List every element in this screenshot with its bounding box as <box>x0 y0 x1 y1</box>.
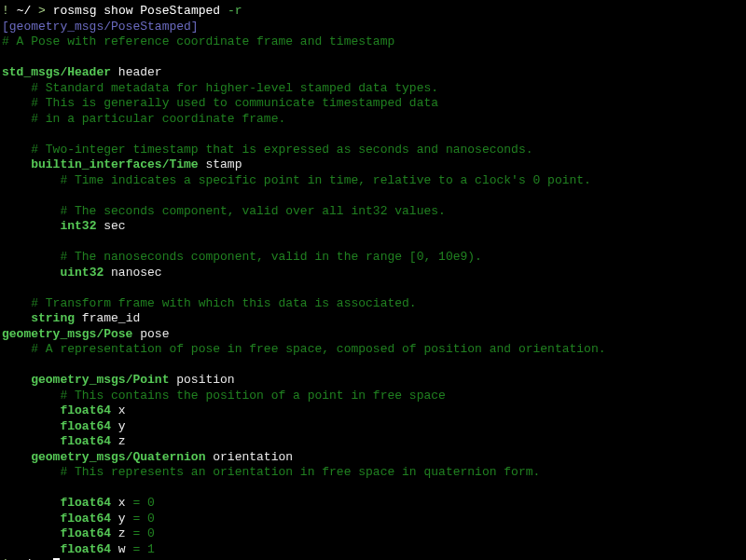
field-line: int32 sec <box>2 219 744 235</box>
field-name: stamp <box>205 157 242 171</box>
prompt-bang: ! <box>2 4 9 18</box>
field-name: y <box>118 512 126 526</box>
field-line: string frame_id <box>2 311 744 327</box>
field-name: position <box>176 373 234 387</box>
field-name: x <box>118 403 126 417</box>
field-name: x <box>118 496 126 510</box>
blank-line <box>2 235 744 251</box>
type-name: float64 <box>60 434 111 448</box>
field-line: geometry_msgs/Pose pose <box>2 327 744 343</box>
prompt-line[interactable]: ! ~/ > rosmsg show PoseStamped -r <box>2 4 744 20</box>
blank-line <box>2 50 744 66</box>
field-name: nanosec <box>111 266 162 280</box>
default-value: 0 <box>147 526 155 540</box>
command-flag: -r <box>228 4 242 18</box>
type-name: std_msgs/Header <box>2 65 111 79</box>
blank-line <box>2 127 744 143</box>
default-value: 1 <box>147 542 155 556</box>
field-name: header <box>118 65 162 79</box>
field-name: frame_id <box>82 311 140 325</box>
default-value: 0 <box>147 512 155 526</box>
field-name: w <box>118 542 126 556</box>
blank-line <box>2 358 744 374</box>
comment-line: # This contains the position of a point … <box>2 389 744 404</box>
type-name: int32 <box>60 219 96 233</box>
type-name: builtin_interfaces/Time <box>31 157 198 171</box>
field-name: z <box>118 434 126 448</box>
command-text: rosmsg show PoseStamped <box>53 4 228 18</box>
type-name: geometry_msgs/Point <box>31 373 169 387</box>
blank-line <box>2 481 744 497</box>
default-value: 0 <box>147 496 155 510</box>
type-name: string <box>31 311 75 325</box>
type-name: geometry_msgs/Quaternion <box>31 450 205 464</box>
field-line: float64 y = 0 <box>2 512 744 527</box>
type-name: float64 <box>60 496 111 510</box>
blank-line <box>2 280 744 296</box>
comment-line: # Transform frame with which this data i… <box>2 296 744 312</box>
field-name: pose <box>140 327 169 341</box>
field-name: orientation <box>213 450 293 464</box>
comment-line: # in a particular coordinate frame. <box>2 112 744 128</box>
comment-line: # Two-integer timestamp that is expresse… <box>2 143 744 158</box>
field-line: float64 y <box>2 419 744 435</box>
comment-line: # This represents an orientation in free… <box>2 465 744 481</box>
field-line: geometry_msgs/Point position <box>2 373 744 389</box>
field-line: uint32 nanosec <box>2 266 744 281</box>
comment-line: # Time indicates a specific point in tim… <box>2 173 744 189</box>
blank-line <box>2 188 744 204</box>
field-line: float64 x <box>2 403 744 419</box>
comment-line: # A representation of pose in free space… <box>2 342 744 358</box>
field-line: float64 z <box>2 434 744 450</box>
field-line: float64 w = 1 <box>2 542 744 558</box>
field-line: float64 z = 0 <box>2 526 744 542</box>
type-name: uint32 <box>60 266 104 280</box>
comment-line: # The seconds component, valid over all … <box>2 204 744 220</box>
field-name: sec <box>104 219 125 233</box>
prompt-cwd: ~/ <box>17 4 32 18</box>
field-name: y <box>118 419 126 433</box>
type-name: float64 <box>60 512 111 526</box>
comment-line: # This is generally used to communicate … <box>2 96 744 112</box>
field-name: z <box>118 526 126 540</box>
field-line: float64 x = 0 <box>2 496 744 512</box>
field-line: std_msgs/Header header <box>2 65 744 81</box>
type-name: float64 <box>60 526 111 540</box>
terminal-output: ! ~/ > rosmsg show PoseStamped -r [geome… <box>2 4 744 560</box>
comment-line: # The nanoseconds component, valid in th… <box>2 250 744 266</box>
type-name: float64 <box>60 403 111 417</box>
comment-line: # Standard metadata for higher-level sta… <box>2 81 744 97</box>
type-name: geometry_msgs/Pose <box>2 327 132 341</box>
msg-header: [geometry_msgs/PoseStamped] <box>2 20 744 35</box>
comment-line: # A Pose with reference coordinate frame… <box>2 34 744 50</box>
type-name: float64 <box>60 542 111 556</box>
field-line: geometry_msgs/Quaternion orientation <box>2 450 744 466</box>
type-name: float64 <box>60 419 111 433</box>
prompt-chevron: > <box>38 4 46 18</box>
field-line: builtin_interfaces/Time stamp <box>2 157 744 173</box>
